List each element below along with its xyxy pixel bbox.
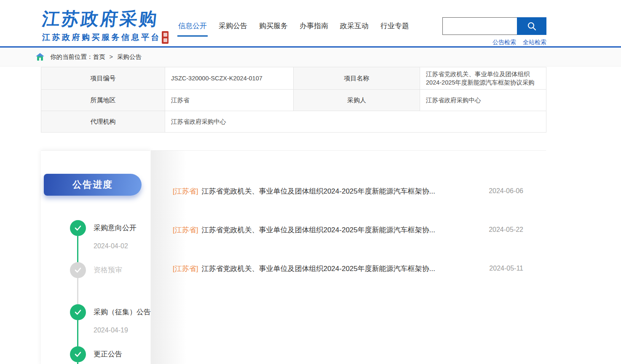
search-icon (527, 21, 537, 31)
nav-item-service-guide[interactable]: 办事指南 (300, 21, 328, 37)
logo-calligraphy-text: 江苏政府采购 (41, 9, 170, 29)
announcement-item[interactable]: [江苏省] 江苏省党政机关、事业单位及团体组织2024-2025年度新能源汽车框… (151, 210, 546, 249)
region-label: 所属地区 (41, 90, 165, 111)
timeline-connector (77, 362, 78, 364)
breadcrumb: 你的当前位置：首页 > 采购公告 (50, 53, 142, 61)
nav-item-procurement-notices[interactable]: 采购公告 (219, 21, 247, 37)
nav-item-industry-topics[interactable]: 行业专题 (380, 21, 409, 37)
breadcrumb-home-link[interactable]: 首页 (93, 53, 105, 60)
announcement-date: 2024-05-22 (489, 226, 523, 234)
breadcrumb-separator: > (110, 53, 113, 60)
logo-tagline: 江苏政府购买服务信息平台 (42, 32, 161, 43)
check-circle-icon (70, 346, 86, 362)
nav-item-purchase-services[interactable]: 购买服务 (259, 21, 288, 37)
step-date: 2024-04-19 (94, 327, 150, 334)
purchaser-value: 江苏省政府采购中心 (420, 90, 546, 111)
timeline-step-intent[interactable]: 采购意向公开 2024-04-02 (41, 220, 150, 262)
announcement-title[interactable]: 江苏省党政机关、事业单位及团体组织2024-2025年度新能源汽车框架协... (201, 186, 480, 196)
timeline-step-solicitation-notice[interactable]: 采购（征集）公告 2024-04-19 (41, 304, 150, 346)
check-circle-icon (70, 220, 86, 236)
search-input[interactable] (442, 17, 517, 35)
site-logo[interactable]: 江苏政府采购 江苏政府购买服务信息平台 (42, 9, 169, 44)
region-tag: [江苏省] (173, 225, 198, 235)
progress-sidebar: 公告进度 采购意向公开 2024-04-02 资格预审 (41, 150, 150, 364)
region-tag: [江苏省] (173, 264, 198, 274)
project-number-value: JSZC-320000-SCZX-K2024-0107 (165, 67, 294, 90)
project-name-value: 江苏省党政机关、事业单位及团体组织2024-2025年度新能源汽车框架协议采购 (420, 67, 546, 90)
check-circle-icon (70, 262, 86, 278)
region-value: 江苏省 (165, 90, 294, 111)
project-number-label: 项目编号 (41, 67, 165, 90)
purchaser-label: 采购人 (294, 90, 420, 111)
announcement-date: 2024-05-11 (489, 265, 523, 272)
main-nav: 信息公开 采购公告 购买服务 办事指南 政采互动 行业专题 (178, 21, 409, 37)
timeline-connector (77, 320, 78, 346)
progress-banner: 公告进度 (44, 174, 142, 196)
progress-title: 公告进度 (72, 178, 113, 191)
announcement-item[interactable]: [江苏省] 江苏省党政机关、事业单位及团体组织2024-2025年度新能源汽车框… (151, 172, 546, 210)
timeline-connector (77, 236, 78, 262)
nav-item-interaction[interactable]: 政采互动 (340, 21, 369, 37)
announcement-title[interactable]: 江苏省党政机关、事业单位及团体组织2024-2025年度新能源汽车框架协... (201, 264, 481, 274)
agency-label: 代理机构 (41, 111, 165, 133)
announcement-date: 2024-06-06 (489, 187, 523, 195)
project-name-label: 项目名称 (294, 67, 420, 90)
seal-stamp-icon (162, 31, 169, 44)
breadcrumb-bar: 你的当前位置：首页 > 采购公告 (0, 48, 621, 66)
region-tag: [江苏省] (173, 186, 198, 196)
table-row: 代理机构 江苏省政府采购中心 (41, 111, 546, 133)
timeline-step-prequalification[interactable]: 资格预审 (41, 262, 150, 304)
step-date: 2024-04-02 (94, 242, 150, 250)
home-icon[interactable] (36, 53, 44, 61)
check-circle-icon (70, 304, 86, 320)
breadcrumb-current: 采购公告 (117, 53, 142, 60)
link-notice-search[interactable]: 公告检索 (493, 39, 516, 46)
progress-timeline: 采购意向公开 2024-04-02 资格预审 采购（征集）公告 2024-04-… (41, 220, 150, 364)
nav-item-info-disclosure[interactable]: 信息公开 (178, 21, 207, 37)
table-row: 项目编号 JSZC-320000-SCZX-K2024-0107 项目名称 江苏… (41, 67, 546, 90)
timeline-connector (77, 278, 78, 304)
search-area: 公告检索 全站检索 (442, 17, 546, 46)
project-info-table: 项目编号 JSZC-320000-SCZX-K2024-0107 项目名称 江苏… (41, 67, 546, 133)
search-button[interactable] (517, 17, 546, 35)
announcement-title[interactable]: 江苏省党政机关、事业单位及团体组织2024-2025年度新能源汽车框架协... (201, 225, 480, 235)
timeline-step-correction-notice[interactable]: 更正公告 (41, 346, 150, 364)
agency-value: 江苏省政府采购中心 (165, 111, 546, 133)
table-row: 所属地区 江苏省 采购人 江苏省政府采购中心 (41, 90, 546, 111)
content-area: 公告进度 采购意向公开 2024-04-02 资格预审 (0, 150, 621, 364)
site-header: 江苏政府采购 江苏政府购买服务信息平台 信息公开 采购公告 购买服务 办事指南 … (0, 0, 621, 48)
announcement-list: [江苏省] 江苏省党政机关、事业单位及团体组织2024-2025年度新能源汽车框… (151, 151, 546, 288)
announcement-item[interactable]: [江苏省] 江苏省党政机关、事业单位及团体组织2024-2025年度新能源汽车框… (151, 249, 546, 288)
announcement-panel: [江苏省] 江苏省党政机关、事业单位及团体组织2024-2025年度新能源汽车框… (151, 150, 546, 364)
link-site-search[interactable]: 全站检索 (523, 39, 546, 46)
breadcrumb-prefix: 你的当前位置： (50, 53, 93, 60)
